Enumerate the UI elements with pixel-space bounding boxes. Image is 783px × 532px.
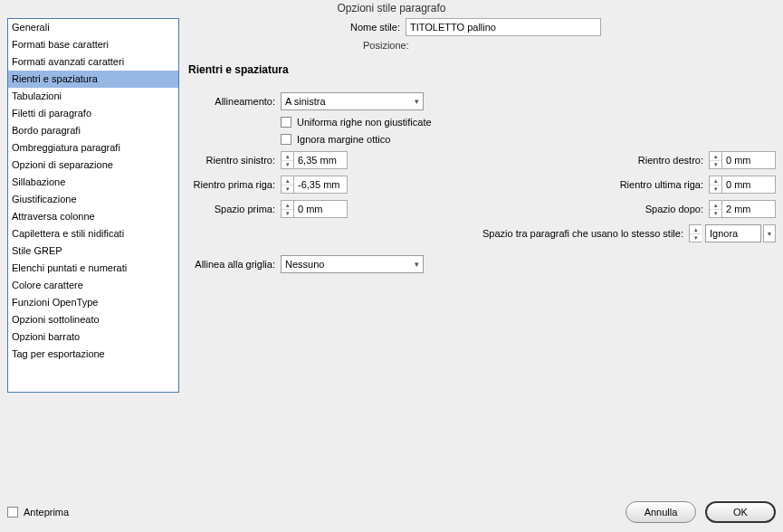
spazio-prima-spinbox[interactable]: ▴▾: [281, 200, 348, 218]
chevron-down-icon[interactable]: ▾: [763, 224, 776, 242]
chevron-down-icon[interactable]: ▾: [710, 210, 721, 218]
anteprima-label: Anteprima: [24, 507, 69, 518]
ignora-checkbox[interactable]: [281, 134, 291, 145]
sidebar-item-elenchi[interactable]: Elenchi puntati e numerati: [8, 260, 178, 277]
chevron-up-icon[interactable]: ▴: [282, 176, 293, 185]
chevron-down-icon: ▾: [415, 260, 419, 269]
rientro-sinistro-input[interactable]: [293, 151, 348, 169]
allinea-griglia-dropdown[interactable]: Nessuno ▾: [281, 255, 424, 273]
sidebar-item-generali[interactable]: Generali: [8, 19, 178, 36]
sidebar-item-stile-grep[interactable]: Stile GREP: [8, 242, 178, 260]
posizione-label: Posizione:: [188, 40, 776, 51]
sidebar-item-ombreggiatura[interactable]: Ombreggiatura paragrafi: [8, 139, 178, 157]
allineamento-label: Allineamento:: [188, 96, 281, 107]
rientro-destro-input[interactable]: [721, 151, 776, 169]
spazio-prima-input[interactable]: [293, 200, 348, 218]
spazio-dopo-input[interactable]: [721, 200, 776, 218]
chevron-up-icon[interactable]: ▴: [690, 225, 702, 234]
sidebar-item-formati-avanzati[interactable]: Formati avanzati caratteri: [8, 53, 178, 71]
sidebar-item-colore[interactable]: Colore carattere: [8, 277, 178, 294]
spazio-tra-spin[interactable]: ▴▾: [689, 224, 702, 242]
chevron-down-icon[interactable]: ▾: [282, 185, 293, 194]
allinea-griglia-label: Allinea alla griglia:: [188, 259, 281, 270]
sidebar: Generali Formati base caratteri Formati …: [7, 18, 179, 393]
allinea-griglia-value: Nessuno: [285, 259, 415, 270]
chevron-down-icon[interactable]: ▾: [710, 185, 721, 194]
rientro-destro-label: Rientro destro:: [348, 155, 709, 166]
chevron-up-icon[interactable]: ▴: [710, 176, 721, 185]
ok-button[interactable]: OK: [705, 501, 776, 523]
sidebar-item-formati-base[interactable]: Formati base caratteri: [8, 36, 178, 53]
allineamento-value: A sinistra: [285, 96, 415, 107]
spazio-tra-dropdown[interactable]: Ignora: [705, 224, 761, 242]
sidebar-item-bordo[interactable]: Bordo paragrafi: [8, 122, 178, 139]
spazio-dopo-label: Spazio dopo:: [348, 204, 709, 214]
footer: Anteprima Annulla OK: [7, 501, 776, 523]
rientro-sinistro-spinbox[interactable]: ▴▾: [281, 151, 348, 169]
sidebar-item-tag[interactable]: Tag per esportazione: [8, 346, 178, 363]
chevron-up-icon[interactable]: ▴: [282, 201, 293, 210]
sidebar-item-barrato[interactable]: Opzioni barrato: [8, 328, 178, 346]
uniforma-checkbox[interactable]: [281, 117, 291, 128]
rientro-prima-riga-input[interactable]: [293, 176, 348, 194]
nome-stile-input[interactable]: [406, 18, 601, 36]
sidebar-item-attraversa[interactable]: Attraversa colonne: [8, 208, 178, 225]
chevron-up-icon[interactable]: ▴: [710, 152, 721, 161]
chevron-up-icon[interactable]: ▴: [710, 201, 721, 210]
rientro-prima-riga-spinbox[interactable]: ▴▾: [281, 176, 348, 194]
sidebar-item-giustificazione[interactable]: Giustificazione: [8, 191, 178, 208]
spazio-tra-value: Ignora: [710, 228, 757, 239]
nome-stile-label: Nome stile:: [188, 22, 406, 33]
spazio-tra-label: Spazio tra paragrafi che usano lo stesso…: [188, 228, 689, 239]
chevron-down-icon[interactable]: ▾: [690, 234, 702, 242]
sidebar-item-separazione[interactable]: Opzioni di separazione: [8, 157, 178, 174]
rientro-prima-riga-label: Rientro prima riga:: [188, 179, 281, 190]
uniforma-label: Uniforma righe non giustificate: [297, 117, 432, 128]
sidebar-item-tabulazioni[interactable]: Tabulazioni: [8, 88, 178, 105]
chevron-down-icon: ▾: [415, 97, 419, 106]
chevron-down-icon[interactable]: ▾: [282, 161, 293, 169]
rientro-ultima-riga-spinbox[interactable]: ▴▾: [709, 176, 776, 194]
rientro-ultima-riga-input[interactable]: [721, 176, 776, 194]
ignora-label: Ignora margine ottico: [297, 134, 390, 145]
sidebar-item-opentype[interactable]: Funzioni OpenType: [8, 294, 178, 311]
rientro-destro-spinbox[interactable]: ▴▾: [709, 151, 776, 169]
section-title: Rientri e spaziatura: [188, 63, 776, 76]
chevron-up-icon[interactable]: ▴: [282, 152, 293, 161]
sidebar-item-filetti[interactable]: Filetti di paragrafo: [8, 105, 178, 122]
chevron-down-icon[interactable]: ▾: [282, 210, 293, 218]
sidebar-item-sillabazione[interactable]: Sillabazione: [8, 174, 178, 191]
chevron-down-icon[interactable]: ▾: [710, 161, 721, 169]
spazio-dopo-spinbox[interactable]: ▴▾: [709, 200, 776, 218]
anteprima-checkbox[interactable]: [7, 507, 18, 518]
sidebar-item-rientri[interactable]: Rientri e spaziatura: [8, 71, 178, 88]
cancel-button[interactable]: Annulla: [625, 501, 696, 523]
rientro-sinistro-label: Rientro sinistro:: [188, 155, 281, 166]
sidebar-item-sottolineato[interactable]: Opzioni sottolineato: [8, 311, 178, 328]
rientro-ultima-riga-label: Rientro ultima riga:: [348, 179, 709, 190]
main-panel: Nome stile: Posizione: Rientri e spaziat…: [188, 18, 776, 273]
spazio-prima-label: Spazio prima:: [188, 204, 281, 214]
allineamento-dropdown[interactable]: A sinistra ▾: [281, 92, 424, 110]
sidebar-item-capilettera[interactable]: Capilettera e stili nidificati: [8, 225, 178, 242]
